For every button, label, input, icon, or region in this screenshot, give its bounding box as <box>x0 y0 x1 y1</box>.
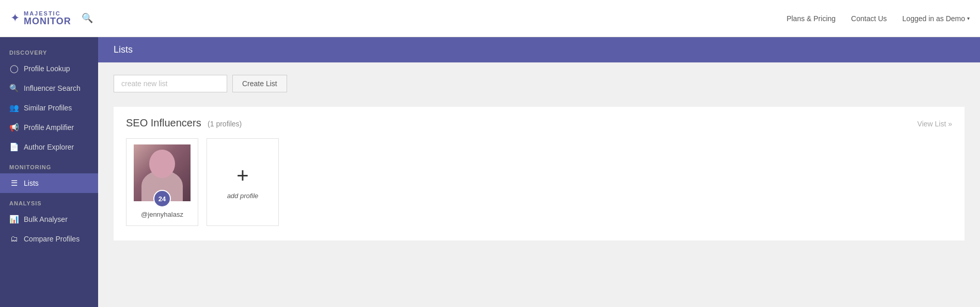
plus-icon: + <box>236 165 248 186</box>
compare-icon: 🗂 <box>9 234 19 243</box>
monitoring-section-label: MONITORING <box>0 157 98 173</box>
logo-monitor: MONITOR <box>24 17 71 27</box>
search-icon[interactable]: 🔍 <box>82 12 93 24</box>
add-profile-card[interactable]: + add profile <box>207 138 279 226</box>
sidebar-item-label: Compare Profiles <box>24 235 80 243</box>
list-section-count: (1 profiles) <box>208 120 242 128</box>
layout: DISCOVERY ◯ Profile Lookup 🔍 Influencer … <box>0 37 980 307</box>
profile-name: @jennyhalasz <box>141 211 183 218</box>
view-list-link[interactable]: View List » <box>918 120 952 128</box>
discovery-section-label: DISCOVERY <box>0 42 98 59</box>
header-right: Plans & Pricing Contact Us Logged in as … <box>786 14 970 23</box>
search-small-icon: 🔍 <box>9 84 19 93</box>
main-content: Lists Create List SEO Influencers (1 pro… <box>98 37 980 307</box>
dropdown-arrow-icon: ▾ <box>967 15 970 21</box>
sidebar-item-lists[interactable]: ☰ Lists <box>0 173 98 193</box>
page-header-band: Lists <box>98 37 980 62</box>
sidebar-item-influencer-search[interactable]: 🔍 Influencer Search <box>0 78 98 98</box>
group-icon: 👥 <box>9 103 19 112</box>
sidebar-item-profile-lookup[interactable]: ◯ Profile Lookup <box>0 59 98 78</box>
sidebar-item-profile-amplifier[interactable]: 📢 Profile Amplifier <box>0 118 98 137</box>
sidebar-item-label: Similar Profiles <box>24 104 72 112</box>
header: ✦ MAJESTIC MONITOR 🔍 Plans & Pricing Con… <box>0 0 980 37</box>
list-section: SEO Influencers (1 profiles) View List »… <box>114 107 965 240</box>
sidebar-item-label: Profile Lookup <box>24 64 70 73</box>
logo-text: MAJESTIC MONITOR <box>24 10 71 27</box>
create-list-row: Create List <box>114 75 965 92</box>
user-circle-icon: ◯ <box>9 64 19 73</box>
logo-star-icon: ✦ <box>10 11 20 25</box>
sidebar: DISCOVERY ◯ Profile Lookup 🔍 Influencer … <box>0 37 98 307</box>
header-left: ✦ MAJESTIC MONITOR 🔍 <box>10 10 93 27</box>
sidebar-item-label: Influencer Search <box>24 84 81 92</box>
profile-image-wrap: 24 <box>134 144 191 201</box>
sidebar-item-compare-profiles[interactable]: 🗂 Compare Profiles <box>0 229 98 248</box>
megaphone-icon: 📢 <box>9 123 19 132</box>
sidebar-item-label: Profile Amplifier <box>24 123 74 132</box>
profile-card[interactable]: 24 @jennyhalasz <box>126 138 198 226</box>
sidebar-item-label: Author Explorer <box>24 143 74 151</box>
add-profile-label: add profile <box>227 192 259 200</box>
sidebar-item-bulk-analyser[interactable]: 📊 Bulk Analyser <box>0 209 98 229</box>
book-icon: 📄 <box>9 142 19 152</box>
contact-us-link[interactable]: Contact Us <box>851 14 887 23</box>
create-list-input[interactable] <box>114 75 227 92</box>
list-section-title-wrap: SEO Influencers (1 profiles) <box>126 117 242 129</box>
page-content: Create List SEO Influencers (1 profiles)… <box>98 62 980 307</box>
sidebar-item-similar-profiles[interactable]: 👥 Similar Profiles <box>0 98 98 118</box>
user-menu[interactable]: Logged in as Demo ▾ <box>903 14 970 23</box>
sidebar-item-author-explorer[interactable]: 📄 Author Explorer <box>0 137 98 157</box>
sidebar-item-label: Bulk Analyser <box>24 215 68 223</box>
analysis-section-label: ANALYSIS <box>0 193 98 209</box>
page-title: Lists <box>114 44 133 55</box>
chart-icon: 📊 <box>9 215 19 224</box>
profile-badge: 24 <box>153 190 171 207</box>
profile-cards: 24 @jennyhalasz + add profile <box>126 138 952 226</box>
plans-pricing-link[interactable]: Plans & Pricing <box>786 14 835 23</box>
list-icon: ☰ <box>9 179 19 188</box>
list-section-header: SEO Influencers (1 profiles) View List » <box>126 117 952 129</box>
create-list-button[interactable]: Create List <box>232 75 287 92</box>
logo: ✦ MAJESTIC MONITOR <box>10 10 71 27</box>
sidebar-item-label: Lists <box>24 179 39 187</box>
logged-in-label: Logged in as Demo <box>903 14 965 23</box>
list-section-title: SEO Influencers <box>126 117 201 128</box>
logo-majestic: MAJESTIC <box>24 10 71 17</box>
